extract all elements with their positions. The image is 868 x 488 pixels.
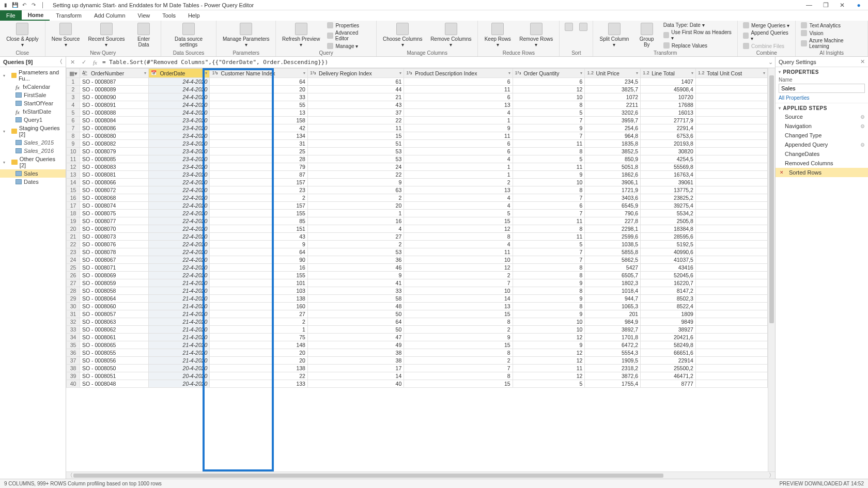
cell[interactable]: 11 [513, 365, 585, 372]
cell[interactable]: 23-4-2020 [149, 140, 210, 148]
cell[interactable]: 50 [307, 326, 404, 334]
cell[interactable]: 12 [513, 349, 585, 357]
remove-rows-button[interactable]: Remove Rows ▾ [516, 22, 556, 49]
row-number[interactable]: 21 [67, 233, 80, 241]
table-row[interactable]: 37SO - 000805621-4-202020382121909,52291… [67, 357, 768, 365]
cell[interactable]: 160 [210, 303, 307, 310]
row-number[interactable]: 24 [67, 256, 80, 264]
cell[interactable] [695, 117, 767, 124]
cell[interactable]: 11 [513, 233, 585, 241]
cell[interactable]: 25500,2 [641, 365, 696, 372]
cell[interactable]: 3906,1 [585, 179, 641, 186]
manage-button[interactable]: Manage ▾ [325, 42, 373, 50]
cell[interactable]: 24-4-2020 [149, 109, 210, 117]
commit-formula-icon[interactable]: ✓ [80, 59, 88, 66]
table-row[interactable]: 15SO - 000807222-4-202023631381721,91377… [67, 186, 768, 194]
cell[interactable]: 21-4-2020 [149, 287, 210, 295]
cell[interactable]: SO - 0008079 [80, 148, 149, 155]
row-number[interactable]: 34 [67, 334, 80, 341]
table-row[interactable]: 3SO - 000809024-4-20203321610107210720 [67, 93, 768, 101]
cell[interactable]: SO - 0008058 [80, 287, 149, 295]
cell[interactable]: 11 [513, 140, 585, 148]
cell[interactable]: 4 [404, 202, 513, 210]
save-icon[interactable]: 💾 [11, 2, 19, 9]
row-number[interactable]: 8 [67, 132, 80, 140]
cell[interactable]: 8 [404, 372, 513, 380]
applied-step[interactable]: ChangeDates [776, 149, 868, 159]
cell[interactable] [695, 233, 767, 241]
row-number[interactable]: 30 [67, 303, 80, 310]
redo-icon[interactable]: ↷ [30, 2, 37, 9]
cell[interactable]: SO - 0008076 [80, 241, 149, 248]
query-item[interactable]: Dates [0, 178, 66, 186]
cell[interactable]: 3959,7 [585, 117, 641, 124]
cell[interactable] [695, 372, 767, 380]
cell[interactable]: 2 [404, 326, 513, 334]
column-header[interactable]: 1.2Total Unit Cost▾ [695, 69, 767, 78]
cell[interactable]: SO - 0008084 [80, 117, 149, 124]
cell[interactable]: 37 [307, 109, 404, 117]
row-number[interactable]: 10 [67, 148, 80, 155]
cell[interactable]: 22 [210, 372, 307, 380]
cell[interactable]: 22-4-2020 [149, 264, 210, 272]
cell[interactable]: 21-4-2020 [149, 310, 210, 318]
cell[interactable]: 39061 [641, 179, 696, 186]
cell[interactable]: 4 [404, 109, 513, 117]
tab-home[interactable]: Home [22, 10, 50, 21]
cell[interactable]: 11 [513, 163, 585, 171]
cell[interactable]: SO - 0008066 [80, 179, 149, 186]
cell[interactable]: 15 [404, 310, 513, 318]
cell[interactable]: 14 [404, 295, 513, 303]
cell[interactable]: 6 [404, 140, 513, 148]
row-number[interactable]: 40 [67, 380, 80, 388]
enter-data-button[interactable]: Enter Data [130, 22, 157, 49]
cell[interactable]: SO - 0008068 [80, 194, 149, 202]
cell[interactable]: 9 [210, 241, 307, 248]
cell[interactable]: 23 [210, 186, 307, 194]
cell[interactable]: 5427 [585, 264, 641, 272]
cell[interactable]: 8 [513, 287, 585, 295]
row-number[interactable]: 2 [67, 86, 80, 93]
maximize-button[interactable]: ❐ [818, 1, 833, 10]
cell[interactable]: 12 [513, 372, 585, 380]
cell[interactable]: 53 [307, 155, 404, 163]
cell[interactable]: 5 [513, 380, 585, 388]
cell[interactable]: 15 [404, 341, 513, 349]
row-number[interactable]: 19 [67, 217, 80, 225]
cell[interactable]: 13 [404, 186, 513, 194]
cell[interactable]: 45908,4 [641, 86, 696, 93]
cell[interactable]: 23-4-2020 [149, 155, 210, 163]
cell[interactable]: SO - 0008080 [80, 132, 149, 140]
cell[interactable]: 2599,6 [585, 233, 641, 241]
cell[interactable]: 49 [307, 341, 404, 349]
cell[interactable]: 850,9 [585, 155, 641, 163]
row-number[interactable]: 5 [67, 109, 80, 117]
cell[interactable]: 1 [404, 163, 513, 171]
cell[interactable]: 9 [513, 171, 585, 179]
row-number[interactable]: 14 [67, 179, 80, 186]
table-row[interactable]: 10SO - 000807923-4-20202553683852,530820 [67, 148, 768, 155]
table-row[interactable]: 26SO - 000806922-4-20201559286505,752045… [67, 272, 768, 279]
cell[interactable]: 14 [307, 372, 404, 380]
cell[interactable] [695, 140, 767, 148]
table-row[interactable]: 22SO - 000807622-4-202092451038,55192,5 [67, 241, 768, 248]
table-corner[interactable]: ▦▾ [67, 69, 80, 78]
column-header[interactable]: 📅OrderDate↓▾ [149, 69, 210, 78]
cell[interactable]: SO - 0008051 [80, 372, 149, 380]
cell[interactable] [695, 295, 767, 303]
row-number[interactable]: 1 [67, 78, 80, 86]
properties-section-header[interactable]: PROPERTIES [779, 69, 865, 75]
cell[interactable]: 44 [307, 86, 404, 93]
cell[interactable]: 87 [210, 171, 307, 179]
cell[interactable]: SO - 0008073 [80, 233, 149, 241]
table-row[interactable]: 28SO - 000805821-4-2020103331081018,4814… [67, 287, 768, 295]
cell[interactable]: 5051,8 [585, 163, 641, 171]
tab-help[interactable]: Help [182, 10, 206, 21]
cell[interactable]: 20 [307, 202, 404, 210]
cell[interactable] [695, 248, 767, 256]
all-properties-link[interactable]: All Properties [779, 95, 865, 101]
cell[interactable]: 43 [307, 101, 404, 109]
manage-parameters-button[interactable]: Manage Parameters ▾ [220, 22, 272, 49]
cell[interactable]: SO - 0008091 [80, 101, 149, 109]
cell[interactable] [695, 93, 767, 101]
